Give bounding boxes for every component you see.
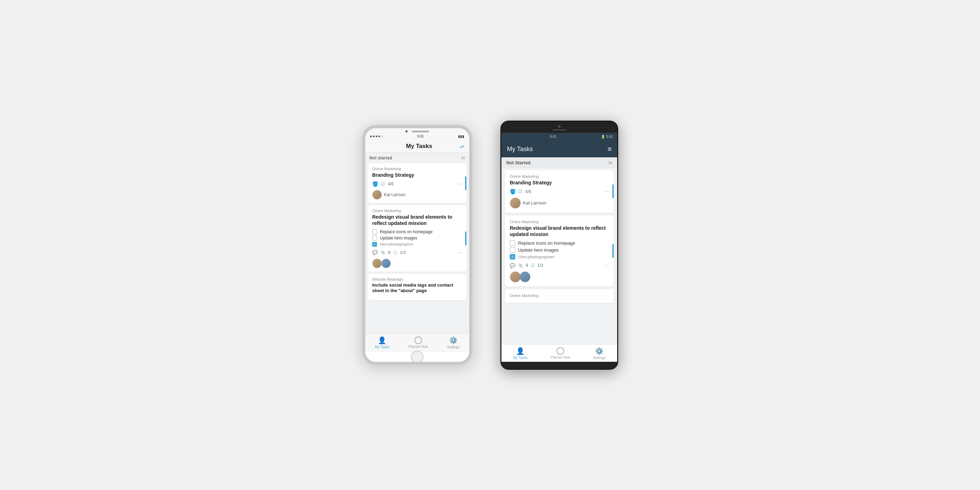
ios-card1-avatars: Kat Larrson bbox=[372, 190, 462, 200]
android-nav-settings[interactable]: ⚙️ Settings bbox=[593, 347, 605, 360]
android-card2-attach-count: 9 bbox=[526, 263, 528, 268]
ios-section-not-started: Not started In bbox=[365, 153, 469, 162]
dot2 bbox=[373, 135, 375, 137]
android-card2-check-count: 1/3 bbox=[538, 263, 543, 268]
android-camera bbox=[558, 125, 561, 128]
ios-card2-attach-icon: 📎 bbox=[380, 250, 385, 255]
ios-checkbox2[interactable] bbox=[372, 235, 377, 240]
android-card1-avatars: Kat Larrson bbox=[510, 197, 609, 208]
android-card2-avatar1 bbox=[510, 271, 521, 282]
android-speaker bbox=[552, 129, 566, 130]
android-check1[interactable]: Replace icons on homepage bbox=[510, 240, 609, 246]
android-card2-attach-icon: 📎 bbox=[518, 263, 523, 268]
ios-card2-more[interactable]: ··· bbox=[458, 250, 462, 256]
android-card2-blue-bar bbox=[612, 244, 614, 258]
android-card2-avatar2 bbox=[519, 271, 531, 282]
ios-card2-avatars bbox=[372, 259, 462, 268]
android-card1-assignee: Kat Larrson bbox=[523, 200, 546, 205]
dot3 bbox=[375, 135, 377, 137]
ios-checkbox3[interactable]: ✓ bbox=[372, 242, 377, 247]
ios-nav-planner-label: Planner Hub bbox=[409, 345, 428, 348]
ios-card2-check-count: 1/3 bbox=[400, 250, 406, 255]
android-time: 9:41 bbox=[550, 135, 557, 138]
ios-checkbox1[interactable] bbox=[372, 229, 377, 234]
ios-card-social[interactable]: Website Redesign Include social media ta… bbox=[368, 274, 466, 301]
android-check3-label: Hire photographer bbox=[518, 255, 554, 259]
ios-card2-title: Redesign visual brand elements to reflec… bbox=[372, 214, 462, 226]
android-check2-label: Update hero images bbox=[518, 247, 558, 253]
android-check1-label: Replace icons on homepage bbox=[518, 240, 575, 246]
ios-card1-meta: 🪣 ☑ 4/8 ··· bbox=[372, 181, 462, 187]
ios-card1-title: Branding Strategy bbox=[372, 172, 462, 178]
android-card3-project: Online Marketing bbox=[510, 294, 609, 298]
android-avatar2-face1 bbox=[510, 272, 520, 282]
ios-card1-assignee: Kat Larrson bbox=[384, 192, 406, 197]
ios-nav-planner-icon bbox=[414, 336, 422, 344]
android-app-title: My Tasks bbox=[507, 146, 533, 153]
ios-card2-comment-icon: 💬 bbox=[372, 250, 378, 255]
ios-check3-label: Hire photographer bbox=[380, 242, 414, 247]
android-top bbox=[501, 122, 617, 133]
android-nav-mytasks[interactable]: 👤 My Tasks bbox=[513, 347, 527, 360]
ios-speaker bbox=[412, 130, 429, 132]
android-card1-blue-bar bbox=[612, 185, 614, 198]
ios-card2-avatar1 bbox=[372, 259, 382, 268]
ios-card-redesign[interactable]: Online Marketing Redesign visual brand e… bbox=[368, 205, 466, 271]
android-card1-more[interactable]: ··· bbox=[605, 189, 609, 195]
android-card2-project: Online Marketing bbox=[510, 220, 609, 224]
ios-card1-more[interactable]: ··· bbox=[458, 181, 462, 187]
android-card-partial[interactable]: Online Marketing bbox=[505, 290, 614, 303]
ios-battery: ▮▮▮ bbox=[458, 134, 465, 138]
ios-card1-project: Online Marketing bbox=[372, 167, 462, 171]
ios-notch bbox=[365, 128, 469, 132]
ios-filter-icon[interactable]: ⇌ bbox=[460, 143, 465, 150]
ios-nav-mytasks[interactable]: 👤 My Tasks bbox=[375, 336, 390, 349]
ios-card1-blue-bar bbox=[465, 177, 466, 190]
android-card1-title: Branding Strategy bbox=[510, 180, 609, 186]
android-filter-icon[interactable]: ≡ bbox=[608, 145, 612, 153]
android-card1-avatar bbox=[510, 197, 521, 208]
android-nav-planner[interactable]: Planner Hub bbox=[550, 347, 570, 360]
ios-check1-label: Replace icons on homepage bbox=[380, 229, 433, 234]
android-card2-avatars bbox=[510, 271, 609, 282]
android-nav-planner-label: Planner Hub bbox=[550, 356, 570, 360]
ios-nav-settings[interactable]: ⚙️ Settings bbox=[447, 336, 460, 349]
ios-card1-count: 4/8 bbox=[388, 181, 394, 186]
android-card-redesign[interactable]: Online Marketing Redesign visual brand e… bbox=[505, 216, 614, 286]
ios-card-branding[interactable]: Online Marketing Branding Strategy 🪣 ☑ 4… bbox=[368, 163, 466, 203]
ios-card2-blue-bar bbox=[465, 231, 466, 245]
android-checkbox3[interactable]: ✓ bbox=[510, 254, 515, 259]
android-checkbox2[interactable] bbox=[510, 247, 515, 253]
android-checkbox1[interactable] bbox=[510, 240, 515, 246]
android-status-bar: 9:41 🔋 9:41 bbox=[501, 133, 617, 141]
dot5 bbox=[381, 135, 383, 137]
ios-home-button[interactable] bbox=[411, 351, 423, 363]
ios-nav-planner[interactable]: Planner Hub bbox=[409, 336, 428, 348]
ios-check3[interactable]: ✓ Hire photographer bbox=[372, 242, 462, 247]
android-check3[interactable]: ✓ Hire photographer bbox=[510, 254, 609, 259]
dot4 bbox=[379, 135, 380, 137]
ios-nav-mytasks-icon: 👤 bbox=[378, 336, 387, 344]
ios-check2-label: Update hero images bbox=[380, 235, 417, 240]
android-card1-meta: 🪣 ☑ 4/8 ··· bbox=[510, 189, 609, 195]
ios-time: 9:41 bbox=[417, 134, 424, 138]
ios-avatar2-face1 bbox=[372, 259, 382, 268]
ios-card2-meta: 💬 📎 9 ☑ 1/3 ··· bbox=[372, 250, 462, 256]
ios-check1[interactable]: Replace icons on homepage bbox=[372, 229, 462, 234]
android-app-header: My Tasks ≡ bbox=[501, 141, 617, 158]
android-card-branding[interactable]: Online Marketing Branding Strategy 🪣 ☑ 4… bbox=[505, 170, 614, 213]
android-check2[interactable]: Update hero images bbox=[510, 247, 609, 253]
ios-app-header: My Tasks ⇌ bbox=[365, 140, 469, 153]
android-bottom-bar bbox=[501, 362, 617, 369]
ios-card2-check-icon: ☑ bbox=[393, 250, 397, 255]
ios-home-bar bbox=[365, 352, 469, 362]
android-nav-planner-icon bbox=[557, 347, 564, 355]
ios-card2-project: Online Marketing bbox=[372, 208, 462, 213]
ios-card2-attach-count: 9 bbox=[388, 250, 391, 255]
ios-check2[interactable]: Update hero images bbox=[372, 235, 462, 240]
ios-app-title: My Tasks bbox=[379, 143, 460, 150]
android-card2-more[interactable]: ··· bbox=[605, 262, 609, 269]
android-bottom-nav: 👤 My Tasks Planner Hub ⚙️ Settings bbox=[501, 344, 617, 362]
android-card1-bucket-icon: 🪣 bbox=[510, 189, 515, 194]
ios-card1-avatar bbox=[372, 190, 382, 200]
